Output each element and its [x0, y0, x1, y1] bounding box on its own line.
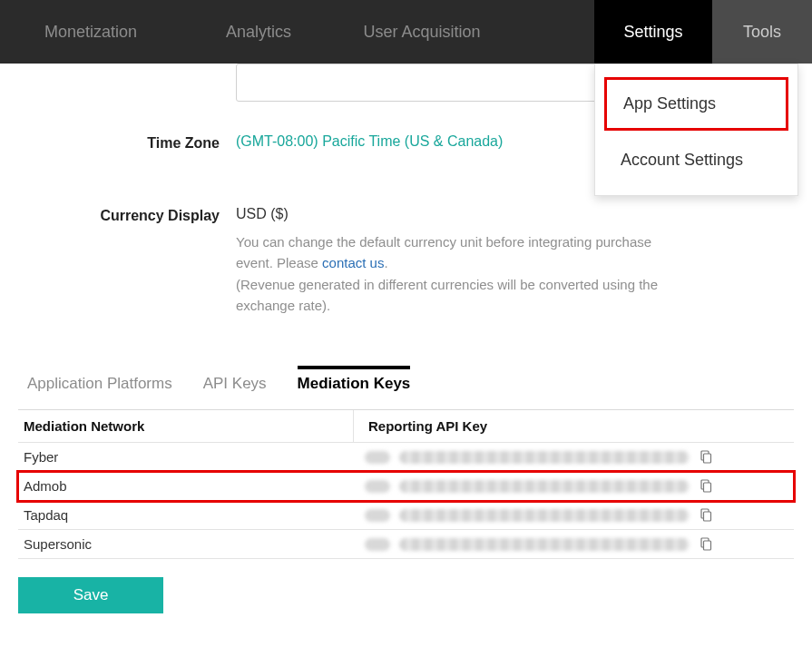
nav-tools[interactable]: Tools	[712, 0, 812, 64]
currency-help-b: (Revenue generated in different currenci…	[236, 277, 658, 313]
nav-spacer	[508, 0, 594, 64]
tab-api-keys[interactable]: API Keys	[203, 366, 267, 404]
currency-help-a-end: .	[384, 255, 387, 270]
apikey-redacted	[399, 451, 690, 464]
svg-rect-7	[704, 541, 711, 550]
currency-label: Currency Display	[18, 206, 236, 224]
table-row: Fyber	[18, 443, 794, 472]
apikey-redacted	[399, 480, 690, 493]
svg-rect-3	[704, 483, 711, 492]
copy-icon[interactable]	[699, 508, 713, 523]
svg-rect-1	[704, 454, 711, 463]
currency-help: You can change the default currency unit…	[236, 231, 690, 316]
blank-label	[18, 64, 236, 65]
network-cell: Fyber	[18, 449, 354, 465]
apikey-redacted	[365, 509, 390, 522]
sub-tabs: Application Platforms API Keys Mediation…	[18, 366, 794, 404]
save-button[interactable]: Save	[18, 577, 163, 613]
nav-monetization[interactable]: Monetization	[0, 0, 181, 64]
currency-help-a: You can change the default currency unit…	[236, 234, 651, 270]
copy-icon[interactable]	[699, 450, 713, 465]
table-row: Supersonic	[18, 530, 794, 559]
settings-dropdown: App Settings Account Settings	[594, 64, 798, 196]
timezone-value[interactable]: (GMT-08:00) Pacific Time (US & Canada)	[236, 133, 503, 149]
apikey-redacted	[365, 538, 390, 551]
top-nav: Monetization Analytics User Acquisition …	[0, 0, 812, 64]
network-cell: Supersonic	[18, 536, 354, 552]
apikey-redacted	[365, 480, 390, 493]
copy-icon[interactable]	[699, 537, 713, 552]
nav-settings[interactable]: Settings	[594, 0, 712, 64]
table-row: Admob	[18, 472, 794, 501]
col-header-apikey: Reporting API Key	[354, 418, 794, 434]
table-header: Mediation Network Reporting API Key	[18, 410, 794, 443]
apikey-redacted	[399, 538, 690, 551]
tab-mediation-keys[interactable]: Mediation Keys	[298, 366, 411, 404]
col-header-network: Mediation Network	[18, 410, 354, 442]
mediation-table: Mediation Network Reporting API Key Fybe…	[18, 409, 794, 559]
apikey-redacted	[365, 451, 390, 464]
dropdown-account-settings[interactable]: Account Settings	[604, 136, 788, 184]
nav-user-acquisition[interactable]: User Acquisition	[336, 0, 508, 64]
table-row: Tapdaq	[18, 501, 794, 530]
tab-application-platforms[interactable]: Application Platforms	[27, 366, 172, 404]
currency-value: USD ($)	[236, 206, 758, 222]
nav-analytics[interactable]: Analytics	[181, 0, 336, 64]
dropdown-app-settings[interactable]: App Settings	[604, 77, 788, 131]
svg-rect-5	[704, 512, 711, 521]
network-cell: Admob	[18, 478, 354, 494]
apikey-redacted	[399, 509, 690, 522]
copy-icon[interactable]	[699, 479, 713, 494]
contact-us-link[interactable]: contact us	[322, 255, 384, 270]
timezone-label: Time Zone	[18, 133, 236, 152]
network-cell: Tapdaq	[18, 507, 354, 523]
